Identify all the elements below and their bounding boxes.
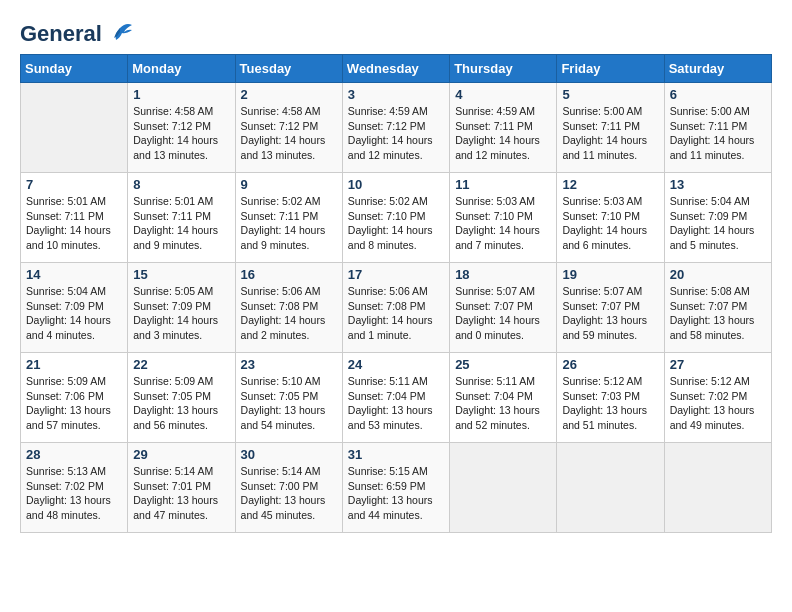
day-info: Sunrise: 5:09 AM Sunset: 7:06 PM Dayligh… <box>26 374 122 433</box>
calendar-cell: 12Sunrise: 5:03 AM Sunset: 7:10 PM Dayli… <box>557 173 664 263</box>
calendar-cell: 30Sunrise: 5:14 AM Sunset: 7:00 PM Dayli… <box>235 443 342 533</box>
day-number: 28 <box>26 447 122 462</box>
week-row-1: 1Sunrise: 4:58 AM Sunset: 7:12 PM Daylig… <box>21 83 772 173</box>
calendar-cell: 20Sunrise: 5:08 AM Sunset: 7:07 PM Dayli… <box>664 263 771 353</box>
calendar-cell: 24Sunrise: 5:11 AM Sunset: 7:04 PM Dayli… <box>342 353 449 443</box>
day-info: Sunrise: 5:01 AM Sunset: 7:11 PM Dayligh… <box>133 194 229 253</box>
day-info: Sunrise: 5:13 AM Sunset: 7:02 PM Dayligh… <box>26 464 122 523</box>
calendar-cell: 13Sunrise: 5:04 AM Sunset: 7:09 PM Dayli… <box>664 173 771 263</box>
day-info: Sunrise: 5:09 AM Sunset: 7:05 PM Dayligh… <box>133 374 229 433</box>
day-info: Sunrise: 5:11 AM Sunset: 7:04 PM Dayligh… <box>455 374 551 433</box>
calendar-cell: 9Sunrise: 5:02 AM Sunset: 7:11 PM Daylig… <box>235 173 342 263</box>
week-row-2: 7Sunrise: 5:01 AM Sunset: 7:11 PM Daylig… <box>21 173 772 263</box>
calendar-cell: 8Sunrise: 5:01 AM Sunset: 7:11 PM Daylig… <box>128 173 235 263</box>
calendar-cell: 10Sunrise: 5:02 AM Sunset: 7:10 PM Dayli… <box>342 173 449 263</box>
calendar-cell: 6Sunrise: 5:00 AM Sunset: 7:11 PM Daylig… <box>664 83 771 173</box>
day-number: 9 <box>241 177 337 192</box>
day-number: 7 <box>26 177 122 192</box>
calendar-cell: 21Sunrise: 5:09 AM Sunset: 7:06 PM Dayli… <box>21 353 128 443</box>
page-header: General <box>20 20 772 44</box>
day-number: 8 <box>133 177 229 192</box>
day-info: Sunrise: 5:02 AM Sunset: 7:10 PM Dayligh… <box>348 194 444 253</box>
week-row-3: 14Sunrise: 5:04 AM Sunset: 7:09 PM Dayli… <box>21 263 772 353</box>
day-number: 17 <box>348 267 444 282</box>
day-info: Sunrise: 5:06 AM Sunset: 7:08 PM Dayligh… <box>348 284 444 343</box>
header-row: SundayMondayTuesdayWednesdayThursdayFrid… <box>21 55 772 83</box>
day-number: 21 <box>26 357 122 372</box>
day-info: Sunrise: 4:58 AM Sunset: 7:12 PM Dayligh… <box>241 104 337 163</box>
day-info: Sunrise: 4:59 AM Sunset: 7:11 PM Dayligh… <box>455 104 551 163</box>
day-info: Sunrise: 5:11 AM Sunset: 7:04 PM Dayligh… <box>348 374 444 433</box>
day-info: Sunrise: 5:05 AM Sunset: 7:09 PM Dayligh… <box>133 284 229 343</box>
calendar-cell: 26Sunrise: 5:12 AM Sunset: 7:03 PM Dayli… <box>557 353 664 443</box>
day-number: 10 <box>348 177 444 192</box>
calendar-cell: 11Sunrise: 5:03 AM Sunset: 7:10 PM Dayli… <box>450 173 557 263</box>
day-number: 22 <box>133 357 229 372</box>
calendar-cell: 16Sunrise: 5:06 AM Sunset: 7:08 PM Dayli… <box>235 263 342 353</box>
day-number: 15 <box>133 267 229 282</box>
day-number: 26 <box>562 357 658 372</box>
calendar-cell: 22Sunrise: 5:09 AM Sunset: 7:05 PM Dayli… <box>128 353 235 443</box>
day-number: 23 <box>241 357 337 372</box>
header-sunday: Sunday <box>21 55 128 83</box>
calendar-cell: 17Sunrise: 5:06 AM Sunset: 7:08 PM Dayli… <box>342 263 449 353</box>
day-info: Sunrise: 5:00 AM Sunset: 7:11 PM Dayligh… <box>562 104 658 163</box>
day-number: 25 <box>455 357 551 372</box>
logo-bird-icon <box>106 20 134 48</box>
week-row-4: 21Sunrise: 5:09 AM Sunset: 7:06 PM Dayli… <box>21 353 772 443</box>
calendar-cell <box>21 83 128 173</box>
week-row-5: 28Sunrise: 5:13 AM Sunset: 7:02 PM Dayli… <box>21 443 772 533</box>
day-number: 2 <box>241 87 337 102</box>
day-number: 19 <box>562 267 658 282</box>
day-number: 4 <box>455 87 551 102</box>
day-info: Sunrise: 5:01 AM Sunset: 7:11 PM Dayligh… <box>26 194 122 253</box>
calendar-cell: 27Sunrise: 5:12 AM Sunset: 7:02 PM Dayli… <box>664 353 771 443</box>
day-info: Sunrise: 5:07 AM Sunset: 7:07 PM Dayligh… <box>562 284 658 343</box>
day-info: Sunrise: 5:02 AM Sunset: 7:11 PM Dayligh… <box>241 194 337 253</box>
calendar-cell: 25Sunrise: 5:11 AM Sunset: 7:04 PM Dayli… <box>450 353 557 443</box>
day-number: 24 <box>348 357 444 372</box>
day-number: 18 <box>455 267 551 282</box>
day-info: Sunrise: 5:14 AM Sunset: 7:00 PM Dayligh… <box>241 464 337 523</box>
day-number: 14 <box>26 267 122 282</box>
calendar-cell: 23Sunrise: 5:10 AM Sunset: 7:05 PM Dayli… <box>235 353 342 443</box>
calendar-cell: 5Sunrise: 5:00 AM Sunset: 7:11 PM Daylig… <box>557 83 664 173</box>
day-info: Sunrise: 5:04 AM Sunset: 7:09 PM Dayligh… <box>26 284 122 343</box>
calendar-cell: 4Sunrise: 4:59 AM Sunset: 7:11 PM Daylig… <box>450 83 557 173</box>
calendar-cell: 3Sunrise: 4:59 AM Sunset: 7:12 PM Daylig… <box>342 83 449 173</box>
calendar-cell <box>557 443 664 533</box>
calendar-cell: 7Sunrise: 5:01 AM Sunset: 7:11 PM Daylig… <box>21 173 128 263</box>
day-info: Sunrise: 5:04 AM Sunset: 7:09 PM Dayligh… <box>670 194 766 253</box>
day-info: Sunrise: 5:07 AM Sunset: 7:07 PM Dayligh… <box>455 284 551 343</box>
day-number: 11 <box>455 177 551 192</box>
day-number: 1 <box>133 87 229 102</box>
calendar-cell: 28Sunrise: 5:13 AM Sunset: 7:02 PM Dayli… <box>21 443 128 533</box>
day-number: 12 <box>562 177 658 192</box>
day-number: 20 <box>670 267 766 282</box>
header-thursday: Thursday <box>450 55 557 83</box>
day-number: 5 <box>562 87 658 102</box>
logo-general: General <box>20 21 102 47</box>
calendar-cell: 31Sunrise: 5:15 AM Sunset: 6:59 PM Dayli… <box>342 443 449 533</box>
day-number: 29 <box>133 447 229 462</box>
day-info: Sunrise: 5:08 AM Sunset: 7:07 PM Dayligh… <box>670 284 766 343</box>
day-number: 13 <box>670 177 766 192</box>
calendar-cell: 15Sunrise: 5:05 AM Sunset: 7:09 PM Dayli… <box>128 263 235 353</box>
calendar-cell: 2Sunrise: 4:58 AM Sunset: 7:12 PM Daylig… <box>235 83 342 173</box>
day-info: Sunrise: 4:59 AM Sunset: 7:12 PM Dayligh… <box>348 104 444 163</box>
calendar-cell: 19Sunrise: 5:07 AM Sunset: 7:07 PM Dayli… <box>557 263 664 353</box>
day-info: Sunrise: 5:12 AM Sunset: 7:03 PM Dayligh… <box>562 374 658 433</box>
header-saturday: Saturday <box>664 55 771 83</box>
day-number: 31 <box>348 447 444 462</box>
day-number: 6 <box>670 87 766 102</box>
day-number: 30 <box>241 447 337 462</box>
calendar-cell: 1Sunrise: 4:58 AM Sunset: 7:12 PM Daylig… <box>128 83 235 173</box>
day-info: Sunrise: 5:00 AM Sunset: 7:11 PM Dayligh… <box>670 104 766 163</box>
day-info: Sunrise: 5:14 AM Sunset: 7:01 PM Dayligh… <box>133 464 229 523</box>
day-number: 3 <box>348 87 444 102</box>
day-number: 27 <box>670 357 766 372</box>
calendar-cell: 18Sunrise: 5:07 AM Sunset: 7:07 PM Dayli… <box>450 263 557 353</box>
calendar-cell <box>450 443 557 533</box>
logo: General <box>20 20 134 44</box>
calendar-cell: 29Sunrise: 5:14 AM Sunset: 7:01 PM Dayli… <box>128 443 235 533</box>
